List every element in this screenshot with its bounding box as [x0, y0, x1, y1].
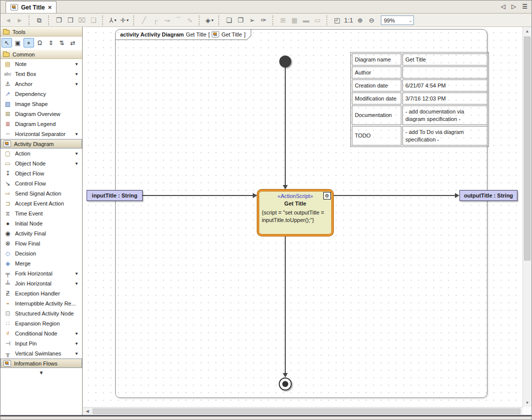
input-pin-dropdown-icon[interactable]: ▼ [75, 342, 80, 346]
edit-style-button[interactable]: ✑ [258, 15, 269, 26]
palette-item-object-node[interactable]: ▭Object Node▼ [1, 158, 82, 168]
palette-item-accept-event-action[interactable]: ⊐Accept Event Action [1, 198, 82, 208]
scroll-down-icon[interactable]: ▼ [523, 398, 531, 407]
palette-item-anchor[interactable]: ⚓Anchor▼ [1, 79, 82, 89]
fork-horizontal-dropdown-icon[interactable]: ▼ [75, 272, 80, 276]
palette-item-action[interactable]: ▢Action▼ [1, 148, 82, 158]
zoom-level-select[interactable]: 99% ⌄ [381, 16, 414, 25]
control-flow-line[interactable] [285, 67, 286, 186]
bring-forward-button[interactable]: ❏ [224, 15, 234, 26]
palette-item-image-shape[interactable]: ▨Image Shape [1, 99, 82, 109]
send-backward-button[interactable]: ❐ [235, 15, 246, 26]
palette-item-initial-node[interactable]: ●Initial Node [1, 218, 82, 228]
close-icon[interactable]: × [48, 4, 52, 11]
info-table-row[interactable]: Author [352, 66, 487, 78]
activity-diagram-section-header[interactable]: Activity Diagram [1, 139, 82, 148]
conditional-node-dropdown-icon[interactable]: ▼ [75, 332, 80, 336]
layout-tree-dropdown-icon[interactable]: ▾ [114, 18, 116, 22]
info-row-value[interactable]: 3/7/16 12:03 PM [402, 92, 487, 104]
palette-item-diagram-legend[interactable]: ≣Diagram Legend [1, 119, 82, 129]
object-node-dropdown-icon[interactable]: ▼ [75, 162, 80, 166]
vertical-swimlanes-dropdown-icon[interactable]: ▼ [75, 352, 80, 356]
info-table-row[interactable]: Documentation- add documentation via dia… [352, 106, 487, 125]
info-row-label[interactable]: TODO [352, 126, 401, 146]
copy-button[interactable]: ❐ [54, 15, 64, 26]
info-row-value[interactable]: 6/21/07 4:54 PM [402, 80, 487, 92]
layout-tree-button[interactable]: ⅄▾ [108, 15, 118, 26]
palette-item-time-event[interactable]: ⧖Time Event [1, 208, 82, 218]
info-table-row[interactable]: TODO- add To Do via diagram specificatio… [352, 126, 487, 146]
zoom-in-button[interactable]: ⊕ [355, 15, 365, 26]
info-table-row[interactable]: Creation date6/21/07 4:54 PM [352, 80, 487, 92]
scroll-up-icon[interactable]: ▲ [523, 27, 531, 36]
join-horizontal-dropdown-icon[interactable]: ▼ [75, 282, 80, 286]
info-row-label[interactable]: Modification date [352, 92, 401, 104]
palette-item-activity-final[interactable]: ◉Activity Final [1, 228, 82, 238]
tab-get-title[interactable]: Get Title × [6, 1, 57, 13]
chevron-down-icon[interactable]: ⌄ [408, 18, 412, 23]
info-row-value[interactable]: Get Title [402, 54, 487, 66]
palette-item-structured-activity-node[interactable]: ⊡Structured Activity Node [1, 308, 82, 318]
palette-item-fork-horizontal[interactable]: ╤Fork Horizontal▼ [1, 268, 82, 278]
info-row-label[interactable]: Creation date [352, 80, 401, 92]
marquee-select-tool-button[interactable]: ▣ [13, 38, 23, 48]
info-row-label[interactable]: Author [352, 66, 401, 78]
output-parameter-node[interactable]: outputTitle : String [459, 190, 517, 201]
zoom-region-button[interactable]: ◰ [332, 15, 342, 26]
gear-icon[interactable]: ⚙ [323, 192, 331, 200]
palette-item-dependency[interactable]: ↗Dependency [1, 89, 82, 99]
common-section-header[interactable]: Common [1, 50, 82, 59]
zoom-out-button[interactable]: ⊖ [366, 15, 377, 26]
horizontal-scroll-thumb[interactable] [93, 408, 520, 414]
palette-item-join-horizontal[interactable]: ╧Join Horizontal▼ [1, 278, 82, 288]
paste-button[interactable]: ❒ [65, 15, 76, 26]
anchor-dropdown-icon[interactable]: ▼ [75, 82, 80, 86]
palette-item-diagram-overview[interactable]: ⊞Diagram Overview [1, 109, 82, 119]
palette-item-expansion-region[interactable]: ∷Expansion Region [1, 318, 82, 328]
sticky-tool-button[interactable]: Ω [35, 38, 45, 48]
palette-item-interruptible-activity-region[interactable]: ⌁Interruptible Activity Re... [1, 298, 82, 308]
drag-tool-button[interactable]: ⌖ [24, 38, 34, 48]
activity-final-node[interactable] [279, 378, 292, 390]
tab-list-icon[interactable]: ☰ [522, 3, 527, 10]
palette-item-send-signal-action[interactable]: ⇨Send Signal Action [1, 188, 82, 198]
fill-color-dropdown-icon[interactable]: ▾ [211, 18, 213, 22]
palette-item-object-flow[interactable]: ↧Object Flow [1, 168, 82, 178]
object-flow-line[interactable] [333, 195, 455, 196]
tools-section-header[interactable]: Tools [1, 27, 82, 36]
zoom-1-1-button[interactable]: 1:1 [343, 15, 354, 26]
select-in-containment-tree-button[interactable]: ⧉ [34, 15, 45, 26]
info-table-row[interactable]: Modification date3/7/16 12:03 PM [352, 92, 487, 104]
action-script-node[interactable]: ⚙ «ActionScript» Get Title {script = "se… [257, 190, 333, 236]
horizontal-separator-dropdown-icon[interactable]: ▼ [75, 132, 80, 136]
initial-node[interactable] [279, 56, 291, 68]
diagram-info-table[interactable]: Diagram nameGet TitleAuthorCreation date… [350, 52, 489, 147]
fill-color-button[interactable]: ◈▾ [204, 15, 215, 26]
palette-item-conditional-node[interactable]: ifConditional Node▼ [1, 328, 82, 338]
palette-item-flow-final[interactable]: ⊗Flow Final [1, 238, 82, 248]
palette-item-input-pin[interactable]: ⊣Input Pin▼ [1, 338, 82, 348]
palette-item-vertical-swimlanes[interactable]: ╥Vertical Swimlanes▼ [1, 348, 82, 358]
palette-item-exception-handler[interactable]: ƵException Handler [1, 288, 82, 298]
control-flow-line[interactable] [285, 236, 286, 374]
action-dropdown-icon[interactable]: ▼ [75, 152, 80, 156]
select-tool-button[interactable]: ↖ [2, 38, 12, 48]
quick-layout-button[interactable]: ✛▾ [119, 15, 130, 26]
palette-item-decision[interactable]: ◇Decision [1, 248, 82, 258]
tab-scroll-right-icon[interactable]: ▷ [511, 3, 516, 10]
compress-vertically-tool-button[interactable]: ⇅ [57, 38, 67, 48]
info-row-label[interactable]: Documentation [352, 106, 401, 125]
palette-item-merge[interactable]: ◈Merge [1, 258, 82, 268]
vertical-scrollbar[interactable]: ▲ ▼ [522, 27, 531, 407]
input-parameter-node[interactable]: inputTitle : String [87, 190, 143, 201]
tab-scroll-left-icon[interactable]: ◁ [501, 3, 505, 10]
select-covered-button[interactable]: ➢ [247, 15, 257, 26]
quick-layout-dropdown-icon[interactable]: ▾ [127, 18, 129, 22]
distribute-vertically-tool-button[interactable]: ⇕ [46, 38, 56, 48]
object-flow-line[interactable] [143, 195, 254, 196]
horizontal-scrollbar[interactable]: ◀ [83, 407, 522, 415]
info-row-value[interactable]: - add documentation via diagram specific… [402, 106, 487, 125]
info-row-label[interactable]: Diagram name [352, 54, 401, 66]
info-row-value[interactable] [402, 66, 487, 78]
vertical-scroll-thumb[interactable] [524, 36, 530, 260]
